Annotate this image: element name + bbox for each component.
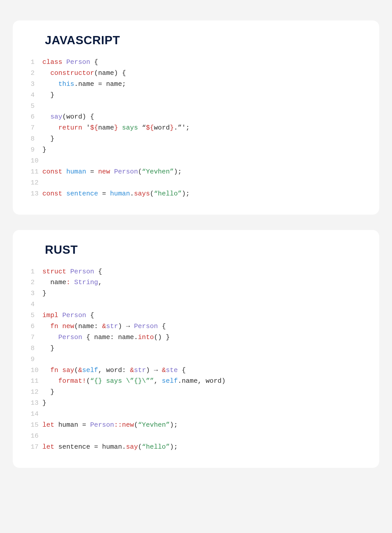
- code-line: 4: [31, 299, 361, 310]
- token-txt: {: [86, 311, 94, 319]
- code-line: 10 fn say(&self, word: &str) → &ste {: [31, 365, 361, 376]
- line-content: return '${name} says “${word}.”';: [42, 122, 361, 133]
- token-txt: [42, 80, 58, 88]
- token-mth: ${: [90, 124, 98, 132]
- line-number: 5: [31, 310, 42, 321]
- line-content: [42, 299, 361, 310]
- code-line: 13}: [31, 398, 361, 409]
- token-txt: {: [90, 58, 98, 66]
- token-txt: {: [178, 366, 186, 374]
- token-kw: const: [42, 168, 66, 176]
- code-line: 6 fn new(name: &str) → Person {: [31, 321, 361, 332]
- code-card-rust: RUST 1struct Person {2 name: String,3}45…: [13, 230, 379, 468]
- code-line: 7 return '${name} says “${word}.”';: [31, 122, 361, 133]
- line-number: 1: [31, 266, 42, 277]
- code-line: 13const sentence = human.says(“hello”);: [31, 188, 361, 199]
- token-mth: }: [170, 124, 174, 132]
- line-content: say(word) {: [42, 111, 361, 122]
- token-txt: }: [42, 399, 46, 407]
- code-line: 15let human = Person::new(“Yevhen”);: [31, 420, 361, 431]
- token-str: “{} says \”{}\””: [90, 377, 154, 385]
- token-txt: [42, 69, 50, 77]
- line-number: 12: [31, 177, 42, 188]
- code-line: 16: [31, 431, 361, 442]
- line-content: }: [42, 90, 361, 101]
- token-txt: =: [86, 168, 98, 176]
- token-cls: String: [74, 279, 98, 286]
- token-cls: Person: [58, 333, 82, 341]
- token-id: sentence: [66, 190, 98, 198]
- line-number: 1: [31, 57, 42, 68]
- token-txt: (: [74, 366, 78, 374]
- token-kw: &: [78, 366, 82, 374]
- line-number: 11: [31, 376, 42, 387]
- token-kw: &: [130, 366, 134, 374]
- token-kw: return: [58, 124, 82, 132]
- token-cls: Person: [134, 322, 158, 330]
- line-content: struct Person {: [42, 266, 361, 277]
- token-txt: .name, word): [178, 377, 226, 385]
- line-number: 3: [31, 79, 42, 90]
- token-txt: {: [94, 268, 102, 275]
- line-content: }: [42, 343, 361, 354]
- token-cls: Person: [70, 268, 94, 275]
- code-line: 12 }: [31, 387, 361, 398]
- line-number: 2: [31, 68, 42, 79]
- token-mth: format!: [58, 377, 86, 385]
- token-id: self: [82, 366, 98, 374]
- code-line: 2 constructor(name) {: [31, 68, 361, 79]
- token-str: “Yevhen”: [142, 168, 174, 176]
- line-number: 8: [31, 133, 42, 144]
- line-number: 3: [31, 288, 42, 299]
- token-cls: Person: [90, 421, 114, 429]
- line-number: 14: [31, 409, 42, 420]
- token-txt: .name = name;: [74, 80, 126, 88]
- page: JAVASCRIPT 1class Person {2 constructor(…: [0, 0, 392, 488]
- line-number: 8: [31, 343, 42, 354]
- token-txt: (: [150, 190, 154, 198]
- token-str: says: [118, 124, 142, 132]
- token-txt: (: [138, 168, 142, 176]
- line-content: }: [42, 387, 361, 398]
- line-content: Person { name: name.into() }: [42, 332, 361, 343]
- code-line: 5: [31, 101, 361, 112]
- token-txt: sentence = human.: [58, 443, 126, 451]
- token-kw: ::: [114, 421, 122, 429]
- line-content: }: [42, 288, 361, 299]
- line-content: impl Person {: [42, 310, 361, 321]
- line-content: [42, 177, 361, 188]
- token-txt: }: [42, 146, 46, 154]
- token-str: “hello”: [142, 443, 170, 451]
- token-txt: }: [42, 135, 54, 143]
- token-mth: new: [62, 322, 74, 330]
- code-line: 9}: [31, 144, 361, 155]
- line-number: 2: [31, 277, 42, 288]
- token-str: “hello”: [154, 190, 182, 198]
- token-cls: str: [106, 322, 118, 330]
- token-txt: );: [182, 190, 190, 198]
- token-txt: ) →: [146, 366, 162, 374]
- token-cls: ste: [166, 366, 178, 374]
- token-txt: human =: [58, 421, 90, 429]
- code-line: 17let sentence = human.say(“hello”);: [31, 442, 361, 453]
- token-id: this: [58, 80, 74, 88]
- token-txt: [42, 113, 50, 121]
- token-txt: (word) {: [62, 113, 94, 121]
- token-str: “Yevhen”: [138, 421, 170, 429]
- code-line: 10: [31, 155, 361, 166]
- line-number: 17: [31, 442, 42, 453]
- code-line: 5impl Person {: [31, 310, 361, 321]
- token-txt: (: [138, 443, 142, 451]
- line-content: }: [42, 144, 361, 155]
- line-content: }: [42, 133, 361, 144]
- token-kw: new: [98, 168, 114, 176]
- line-number: 11: [31, 166, 42, 177]
- line-content: [42, 409, 361, 420]
- token-mth: say: [62, 366, 74, 374]
- token-kw: &: [162, 366, 166, 374]
- card-title: JAVASCRIPT: [31, 33, 361, 47]
- token-txt: );: [170, 421, 178, 429]
- code-line: 8 }: [31, 343, 361, 354]
- token-txt: ': [82, 124, 90, 132]
- token-txt: [42, 322, 50, 330]
